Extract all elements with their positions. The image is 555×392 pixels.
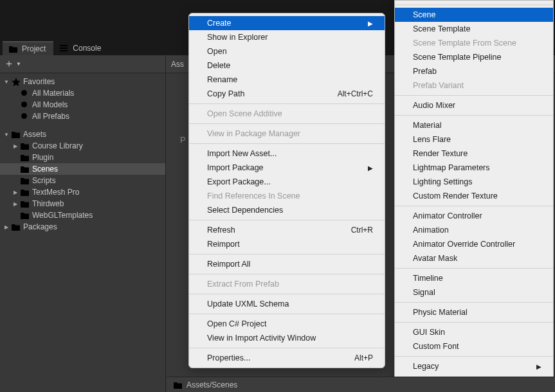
ctx-project-item-4[interactable]: Rename bbox=[189, 73, 385, 87]
menu-item-label: Import Package bbox=[207, 163, 264, 172]
menu-separator bbox=[189, 220, 385, 220]
search-icon bbox=[19, 112, 30, 121]
ctx-create-item-18[interactable]: Animator Controller bbox=[395, 209, 553, 223]
ctx-project-item-14: Find References In Scene bbox=[189, 189, 385, 203]
menu-item-label: Reimport All bbox=[207, 260, 250, 269]
menu-separator bbox=[189, 143, 385, 144]
ctx-create-item-5[interactable]: Scene Template Pipeline bbox=[395, 50, 553, 64]
ctx-create-item-31[interactable]: Legacy▶ bbox=[395, 359, 553, 373]
menu-separator bbox=[395, 95, 553, 96]
bars-icon bbox=[59, 44, 69, 53]
ctx-create-item-2[interactable]: Scene bbox=[395, 8, 553, 22]
menu-item-label: Custom Font bbox=[413, 342, 459, 351]
ctx-project-item-11[interactable]: Import New Asset... bbox=[189, 147, 385, 161]
menu-item-label: Rename bbox=[207, 75, 237, 84]
tree-label: Course Library bbox=[32, 141, 83, 150]
menu-item-label: Animator Override Controller bbox=[413, 240, 515, 249]
ctx-create-item-23[interactable]: Timeline bbox=[395, 271, 553, 285]
tree-asset-item[interactable]: ▶Scripts bbox=[0, 175, 165, 186]
project-tree: ▼Favorites▶All Materials▶All Models▶All … bbox=[0, 73, 165, 392]
tree-favorites[interactable]: ▼Favorites bbox=[0, 76, 165, 87]
ctx-project-item-1[interactable]: Show in Explorer bbox=[189, 30, 385, 44]
breadcrumb[interactable]: Assets/Scenes bbox=[167, 377, 555, 392]
ctx-project-item-13[interactable]: Export Package... bbox=[189, 175, 385, 189]
chevron-icon: ▶ bbox=[12, 201, 19, 207]
breadcrumb-label: Assets/Scenes bbox=[187, 380, 237, 389]
folder-icon bbox=[172, 380, 183, 389]
menu-item-label: Prefab Variant bbox=[413, 81, 464, 90]
menu-item-label: Signal bbox=[413, 288, 435, 297]
tree-assets[interactable]: ▼Assets bbox=[0, 129, 165, 140]
ctx-create-item-15[interactable]: Lighting Settings bbox=[395, 175, 553, 189]
tree-label: Scripts bbox=[32, 176, 56, 185]
ctx-create-item-13[interactable]: Render Texture bbox=[395, 147, 553, 161]
ctx-create-item-21[interactable]: Avatar Mask bbox=[395, 251, 553, 265]
context-menu-create: TextMeshPro▶SceneScene TemplateScene Tem… bbox=[394, 0, 554, 392]
ctx-project-item-0[interactable]: Create▶ bbox=[189, 16, 385, 30]
tab-console[interactable]: Console bbox=[53, 41, 109, 55]
ctx-project-item-5[interactable]: Copy PathAlt+Ctrl+C bbox=[189, 87, 385, 101]
tree-fav-item[interactable]: ▶All Models bbox=[0, 99, 165, 111]
ctx-project-item-29[interactable]: Properties...Alt+P bbox=[189, 351, 385, 365]
ctx-create-item-11[interactable]: Material bbox=[395, 118, 553, 132]
tab-project[interactable]: Project bbox=[3, 41, 53, 55]
tree-asset-item[interactable]: ▶Plugin bbox=[0, 152, 165, 163]
folder-icon bbox=[19, 188, 30, 197]
menu-separator bbox=[189, 123, 385, 124]
menu-separator bbox=[189, 254, 385, 254]
ctx-create-item-3[interactable]: Scene Template bbox=[395, 22, 553, 36]
project-toolbar: ＋▼ bbox=[0, 55, 165, 73]
ctx-create-item-12[interactable]: Lens Flare bbox=[395, 132, 553, 147]
ctx-create-item-24[interactable]: Signal bbox=[395, 285, 553, 299]
menu-separator bbox=[395, 206, 553, 206]
folder-icon bbox=[8, 44, 18, 53]
menu-shortcut: Ctrl+R bbox=[351, 226, 373, 235]
search-icon bbox=[19, 89, 30, 98]
ctx-create-item-28[interactable]: GUI Skin bbox=[395, 325, 553, 339]
ctx-create-item-19[interactable]: Animation bbox=[395, 223, 553, 237]
menu-separator bbox=[189, 274, 385, 274]
menu-separator bbox=[189, 314, 385, 314]
ctx-project-item-20[interactable]: Reimport All bbox=[189, 257, 385, 271]
tree-packages[interactable]: ▶Packages bbox=[0, 221, 165, 233]
ctx-create-item-4: Scene Template From Scene bbox=[395, 36, 553, 50]
tree-fav-item[interactable]: ▶All Prefabs bbox=[0, 111, 165, 122]
ctx-create-item-26[interactable]: Physic Material bbox=[395, 305, 553, 319]
tree-fav-item[interactable]: ▶All Materials bbox=[0, 87, 165, 99]
ctx-create-item-16[interactable]: Custom Render Texture bbox=[395, 189, 553, 203]
add-button[interactable]: ＋▼ bbox=[4, 57, 21, 71]
ctx-project-item-27[interactable]: View in Import Activity Window bbox=[189, 331, 385, 345]
ctx-project-item-12[interactable]: Import Package▶ bbox=[189, 161, 385, 175]
menu-item-label: Open C# Project bbox=[207, 319, 266, 328]
ctx-project-item-18[interactable]: Reimport bbox=[189, 237, 385, 251]
ctx-project-item-17[interactable]: RefreshCtrl+R bbox=[189, 223, 385, 237]
folder-icon bbox=[10, 130, 21, 139]
project-sidebar: ＋▼ ▼Favorites▶All Materials▶All Models▶A… bbox=[0, 55, 166, 392]
menu-item-label: Animator Controller bbox=[413, 211, 482, 220]
ctx-create-item-6[interactable]: Prefab bbox=[395, 64, 553, 78]
menu-item-label: Lens Flare bbox=[413, 135, 451, 144]
ctx-project-item-2[interactable]: Open bbox=[189, 44, 385, 58]
tree-asset-item[interactable]: ▶Thirdweb bbox=[0, 198, 165, 209]
tab-label: Console bbox=[73, 44, 101, 53]
ctx-create-item-14[interactable]: Lightmap Parameters bbox=[395, 161, 553, 175]
folder-icon bbox=[10, 222, 21, 231]
tab-label: Project bbox=[22, 44, 46, 53]
ctx-create-item-9[interactable]: Audio Mixer bbox=[395, 98, 553, 112]
menu-item-label: Scene bbox=[413, 10, 435, 19]
tree-label: Scenes bbox=[32, 165, 58, 174]
tree-asset-item[interactable]: ▶WebGLTemplates bbox=[0, 209, 165, 221]
ctx-project-item-26[interactable]: Open C# Project bbox=[189, 317, 385, 331]
ctx-project-item-3[interactable]: Delete bbox=[189, 58, 385, 73]
menu-separator bbox=[189, 348, 385, 348]
tree-asset-item[interactable]: ▶Scenes bbox=[0, 163, 165, 175]
ctx-project-item-24[interactable]: Update UXML Schema bbox=[189, 297, 385, 311]
menu-shortcut: Alt+P bbox=[354, 353, 373, 362]
ctx-create-item-29[interactable]: Custom Font bbox=[395, 339, 553, 353]
ctx-create-item-20[interactable]: Animator Override Controller bbox=[395, 237, 553, 251]
tree-asset-item[interactable]: ▶TextMesh Pro bbox=[0, 186, 165, 198]
tree-asset-item[interactable]: ▶Course Library bbox=[0, 140, 165, 152]
menu-separator bbox=[395, 4, 553, 5]
ctx-project-item-15[interactable]: Select Dependencies bbox=[189, 203, 385, 217]
menu-item-label: Properties... bbox=[207, 353, 250, 362]
